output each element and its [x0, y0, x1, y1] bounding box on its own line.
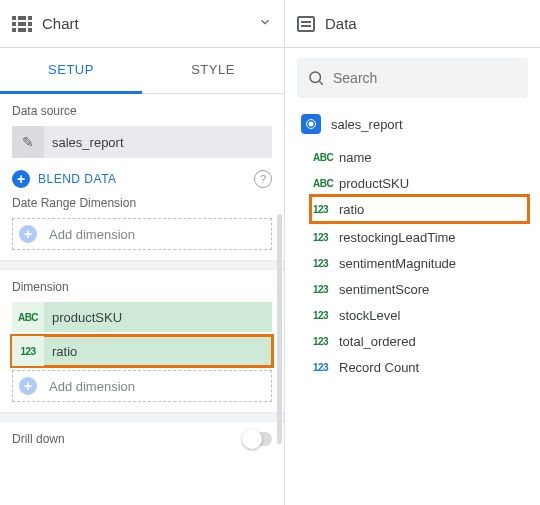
field-list: ABCnameABCproductSKU123ratio123restockin…: [285, 144, 540, 380]
add-dimension[interactable]: + Add dimension: [12, 370, 272, 402]
dimension-label: Dimension: [12, 280, 272, 294]
dimension-label: productSKU: [44, 310, 130, 325]
type-number-icon: 123: [313, 336, 339, 347]
svg-line-1: [319, 81, 322, 84]
drill-down-toggle[interactable]: [242, 432, 272, 446]
type-text-icon: ABC: [313, 178, 339, 189]
type-text-icon: ABC: [313, 152, 339, 163]
chart-panel: Chart SETUP STYLE Data source ✎ sales_re…: [0, 0, 285, 505]
source-name: sales_report: [331, 117, 403, 132]
field-item[interactable]: 123sentimentScore: [313, 276, 528, 302]
search-input[interactable]: [333, 70, 518, 86]
drill-down-label: Drill down: [12, 432, 65, 446]
blend-data-label: BLEND DATA: [38, 172, 254, 186]
section-divider: [0, 412, 284, 422]
field-item[interactable]: 123restockingLeadTime: [313, 224, 528, 250]
add-dimension-text: Add dimension: [49, 227, 135, 242]
chevron-down-icon[interactable]: [258, 15, 272, 32]
help-icon[interactable]: ?: [254, 170, 272, 188]
field-item[interactable]: 123ratio: [311, 196, 528, 222]
tab-style[interactable]: STYLE: [142, 48, 284, 93]
field-name: sentimentMagnitude: [339, 256, 456, 271]
dimension-chip[interactable]: ABCproductSKU: [12, 302, 272, 332]
type-number-icon: 123: [313, 204, 339, 215]
chart-header[interactable]: Chart: [0, 0, 284, 48]
chart-icon: [12, 16, 32, 32]
field-name: name: [339, 150, 372, 165]
date-range-label: Date Range Dimension: [12, 196, 272, 210]
svg-point-2: [309, 122, 314, 127]
type-number-icon: 123: [313, 232, 339, 243]
type-number-icon: 123: [313, 310, 339, 321]
field-item[interactable]: 123stockLevel: [313, 302, 528, 328]
dimension-chip[interactable]: 123ratio: [12, 336, 272, 366]
add-date-dimension[interactable]: + Add dimension: [12, 218, 272, 250]
svg-point-0: [310, 72, 321, 83]
setup-body: Data source ✎ sales_report + BLEND DATA …: [0, 94, 284, 505]
field-name: Record Count: [339, 360, 419, 375]
search-icon: [307, 69, 325, 87]
field-name: stockLevel: [339, 308, 400, 323]
dimension-label: ratio: [44, 344, 85, 359]
field-name: ratio: [339, 202, 364, 217]
source-icon: [301, 114, 321, 134]
source-row[interactable]: sales_report: [285, 108, 540, 144]
field-name: total_ordered: [339, 334, 416, 349]
field-item[interactable]: 123sentimentMagnitude: [313, 250, 528, 276]
chart-title: Chart: [42, 15, 258, 32]
type-number-icon: 123: [313, 362, 339, 373]
tab-setup[interactable]: SETUP: [0, 48, 142, 94]
type-text-icon: ABC: [12, 302, 44, 332]
plus-icon: +: [19, 377, 37, 395]
plus-icon: +: [12, 170, 30, 188]
type-number-icon: 123: [12, 336, 44, 366]
data-source-label: Data source: [12, 104, 272, 118]
pencil-icon[interactable]: ✎: [12, 126, 44, 158]
field-item[interactable]: 123Record Count: [313, 354, 528, 380]
section-divider: [0, 260, 284, 270]
search-row[interactable]: [297, 58, 528, 98]
data-title: Data: [325, 15, 528, 32]
data-panel: Data sales_report ABCnameABCproductSKU12…: [285, 0, 540, 505]
field-name: restockingLeadTime: [339, 230, 456, 245]
data-header: Data: [285, 0, 540, 48]
blend-data-row[interactable]: + BLEND DATA ?: [12, 166, 272, 196]
tabs: SETUP STYLE: [0, 48, 284, 94]
field-item[interactable]: ABCname: [313, 144, 528, 170]
data-source-row[interactable]: ✎ sales_report: [12, 126, 272, 158]
data-source-name: sales_report: [44, 135, 132, 150]
plus-icon: +: [19, 225, 37, 243]
drill-down-row: Drill down: [0, 422, 284, 456]
type-number-icon: 123: [313, 284, 339, 295]
field-item[interactable]: ABCproductSKU: [313, 170, 528, 196]
field-name: productSKU: [339, 176, 409, 191]
field-item[interactable]: 123total_ordered: [313, 328, 528, 354]
field-name: sentimentScore: [339, 282, 429, 297]
app-root: Chart SETUP STYLE Data source ✎ sales_re…: [0, 0, 540, 505]
type-number-icon: 123: [313, 258, 339, 269]
scrollbar[interactable]: [277, 214, 282, 444]
data-icon: [297, 16, 315, 32]
add-dimension-text: Add dimension: [49, 379, 135, 394]
